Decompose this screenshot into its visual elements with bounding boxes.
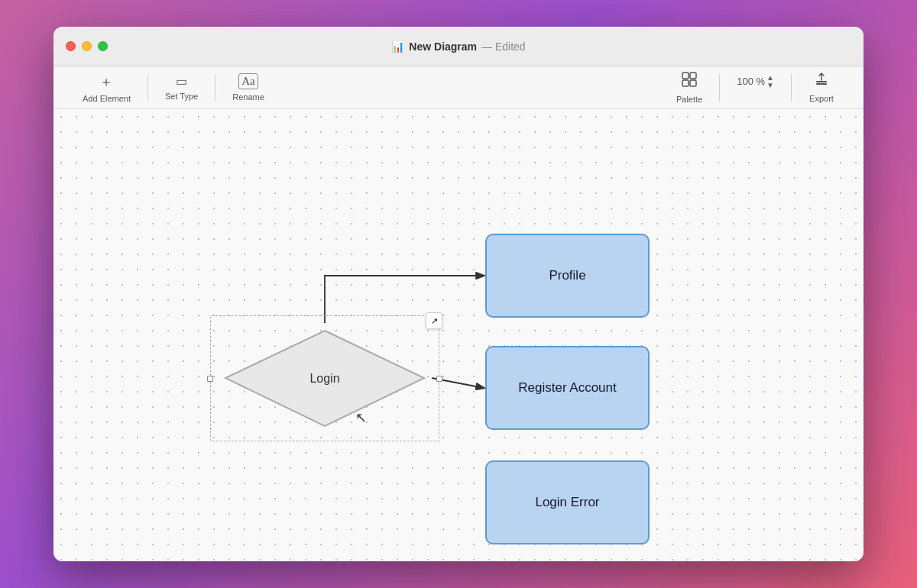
handle-right[interactable] [436, 376, 442, 382]
svg-rect-4 [816, 81, 827, 82]
svg-rect-5 [816, 83, 827, 85]
toolbar-right: Palette 100 % ▲▼ 100 % [663, 66, 848, 108]
toolbar: ＋ Add Element ▭ Set Type Aa Rename [53, 66, 864, 109]
toolbar-separator-4 [791, 74, 792, 102]
main-window: 📊 New Diagram — Edited ＋ Add Element ▭ S… [53, 27, 864, 561]
zoom-icon: 100 % ▲▼ [737, 74, 774, 89]
window-title-group: 📊 New Diagram — Edited [391, 40, 525, 53]
titlebar: 📊 New Diagram — Edited [53, 27, 864, 66]
rename-icon: Aa [238, 73, 258, 89]
add-element-label: Add Element [83, 94, 131, 103]
profile-node[interactable]: Profile [485, 234, 650, 318]
export-label: Export [809, 94, 834, 103]
svg-rect-1 [690, 73, 696, 79]
handle-left[interactable] [207, 376, 213, 382]
selection-action-button[interactable]: ↗ [426, 312, 442, 329]
toolbar-separator-3 [719, 74, 720, 102]
palette-icon [681, 71, 698, 92]
profile-node-label: Profile [549, 268, 585, 283]
maximize-button[interactable] [98, 41, 108, 51]
diagram-arrows [53, 109, 864, 561]
set-type-icon: ▭ [176, 74, 187, 89]
login-error-node-label: Login Error [535, 495, 599, 510]
svg-rect-2 [682, 80, 689, 86]
title-icon: 📊 [391, 40, 404, 53]
diamond-selection-border [210, 315, 439, 441]
set-type-label: Set Type [165, 92, 198, 101]
rename-button[interactable]: Aa Rename [219, 69, 278, 106]
minimize-button[interactable] [82, 41, 92, 51]
login-error-node[interactable]: Login Error [485, 460, 650, 544]
diagram-canvas[interactable]: ↗ Login Profile Register Account Login E… [53, 109, 864, 561]
login-diamond[interactable]: ↗ Login [218, 323, 432, 434]
toolbar-separator-1 [147, 74, 148, 102]
export-button[interactable]: Export [795, 67, 848, 108]
add-element-button[interactable]: ＋ Add Element [69, 68, 144, 108]
svg-rect-0 [682, 73, 689, 79]
zoom-control[interactable]: 100 % ▲▼ 100 % [723, 69, 788, 106]
window-subtitle: — Edited [481, 40, 526, 53]
export-icon [814, 72, 829, 91]
window-title: New Diagram [409, 40, 477, 53]
svg-rect-3 [690, 80, 696, 86]
register-account-node[interactable]: Register Account [485, 346, 650, 430]
set-type-button[interactable]: ▭ Set Type [151, 69, 212, 105]
rename-label: Rename [232, 92, 264, 102]
toolbar-separator-2 [215, 74, 215, 102]
close-button[interactable] [66, 41, 76, 51]
add-element-icon: ＋ [99, 73, 113, 91]
zoom-value: 100 % [737, 76, 765, 87]
palette-button[interactable]: Palette [663, 66, 716, 108]
traffic-lights [66, 41, 108, 51]
register-account-node-label: Register Account [518, 380, 617, 396]
palette-label: Palette [676, 95, 702, 104]
